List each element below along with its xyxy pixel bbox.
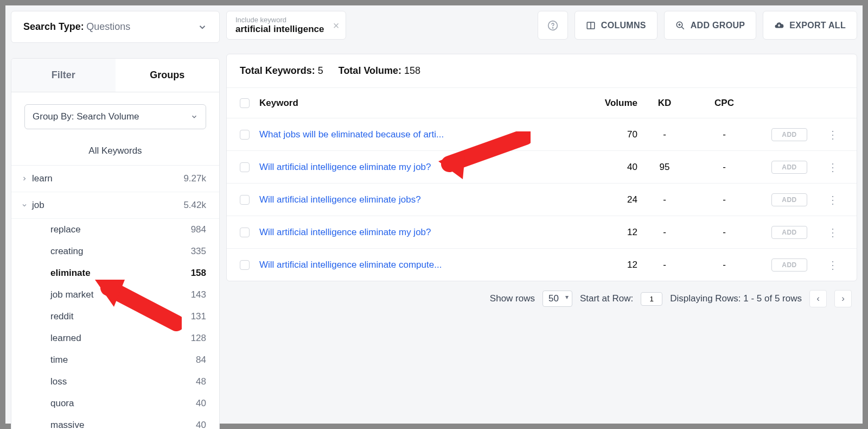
volume-cell: 12 xyxy=(572,227,637,238)
rows-per-page-select[interactable]: 50 xyxy=(542,291,572,307)
cpc-cell: - xyxy=(692,260,757,270)
start-at-label: Start at Row: xyxy=(580,293,633,304)
tree-count: 131 xyxy=(191,311,206,322)
group-by-dropdown[interactable]: Group By: Search Volume xyxy=(24,104,206,129)
tree-item-quora[interactable]: quora40 xyxy=(11,393,219,414)
columns-button[interactable]: COLUMNS xyxy=(575,11,658,40)
search-type-dropdown[interactable]: Search Type: Questions xyxy=(11,11,220,43)
tree-item-eliminate[interactable]: eliminate158 xyxy=(11,262,219,284)
tree-label: learn xyxy=(32,173,53,184)
keyword-link[interactable]: Will artificial intelligence eliminate c… xyxy=(259,260,442,270)
more-icon[interactable]: ⋮ xyxy=(827,129,838,141)
tree-label: loss xyxy=(50,376,67,387)
tree-count: 128 xyxy=(191,333,206,344)
more-icon[interactable]: ⋮ xyxy=(827,259,838,271)
tree-item-time[interactable]: time84 xyxy=(11,349,219,371)
tree-item-job[interactable]: job 5.42k xyxy=(11,192,219,219)
columns-icon xyxy=(586,21,596,30)
tree-item-massive[interactable]: massive40 xyxy=(11,414,219,429)
tree-label: learned xyxy=(50,333,81,344)
prev-page-button[interactable]: ‹ xyxy=(809,290,827,307)
header-keyword[interactable]: Keyword xyxy=(259,98,572,109)
add-group-button[interactable]: ADD GROUP xyxy=(664,11,756,40)
svg-line-5 xyxy=(681,27,684,29)
row-checkbox[interactable] xyxy=(240,260,250,270)
cpc-cell: - xyxy=(692,194,757,205)
tree-item-creating[interactable]: creating335 xyxy=(11,241,219,262)
more-icon[interactable]: ⋮ xyxy=(827,226,838,238)
sidebar-tabs: Filter Groups xyxy=(11,59,219,92)
sidebar-panel: Filter Groups Group By: Search Volume Al… xyxy=(11,58,220,429)
select-all-checkbox[interactable] xyxy=(240,98,250,108)
tab-groups[interactable]: Groups xyxy=(116,59,220,92)
show-rows-label: Show rows xyxy=(490,293,535,304)
row-checkbox[interactable] xyxy=(240,228,250,237)
top-bar: Include keyword artificial intelligence … xyxy=(226,11,857,40)
tree-label: eliminate xyxy=(50,268,91,279)
table-row: What jobs will be eliminated because of … xyxy=(227,118,857,150)
cpc-cell: - xyxy=(692,129,757,140)
kd-cell: - xyxy=(637,260,692,270)
header-volume[interactable]: Volume xyxy=(572,98,637,109)
more-icon[interactable]: ⋮ xyxy=(827,161,838,173)
add-button[interactable]: ADD xyxy=(771,161,807,174)
header-cpc[interactable]: CPC xyxy=(692,98,757,109)
help-button[interactable] xyxy=(538,11,568,40)
volume-cell: 24 xyxy=(572,194,637,205)
tree-count: 5.42k xyxy=(183,200,206,211)
kd-cell: 95 xyxy=(637,162,692,173)
export-all-button[interactable]: EXPORT ALL xyxy=(763,11,857,40)
add-button[interactable]: ADD xyxy=(771,226,807,239)
row-checkbox[interactable] xyxy=(240,195,250,205)
keyword-link[interactable]: Will artificial intelligence eliminate m… xyxy=(259,162,431,172)
keyword-link[interactable]: Will artificial intelligence eliminate j… xyxy=(259,194,421,205)
chip-remove-icon[interactable]: × xyxy=(333,19,340,31)
kd-cell: - xyxy=(637,194,692,205)
chevron-right-icon xyxy=(21,175,28,182)
volume-cell: 70 xyxy=(572,129,637,140)
keyword-link[interactable]: Will artificial intelligence eliminate m… xyxy=(259,227,431,237)
tree-label: job market xyxy=(50,289,93,300)
kd-cell: - xyxy=(637,227,692,238)
search-type-text: Search Type: Questions xyxy=(23,21,130,33)
cpc-cell: - xyxy=(692,227,757,238)
tree-label: massive xyxy=(50,420,84,429)
filter-chip-include-keyword: Include keyword artificial intelligence … xyxy=(226,11,346,40)
more-icon[interactable]: ⋮ xyxy=(827,194,838,206)
row-checkbox[interactable] xyxy=(240,130,250,140)
next-page-button[interactable]: › xyxy=(834,290,852,307)
tree-count: 40 xyxy=(196,420,206,429)
table-row: Will artificial intelligence eliminate c… xyxy=(227,248,857,281)
svg-point-1 xyxy=(552,27,553,28)
tree-label: job xyxy=(32,200,44,211)
tree-label: time xyxy=(50,355,68,365)
spacer xyxy=(353,11,531,40)
tree-item-learn[interactable]: learn 9.27k xyxy=(11,166,219,192)
tree-item-job-market[interactable]: job market143 xyxy=(11,284,219,306)
keyword-link[interactable]: What jobs will be eliminated because of … xyxy=(259,129,444,140)
displaying-rows-text: Displaying Rows: 1 - 5 of 5 rows xyxy=(670,293,802,304)
add-button[interactable]: ADD xyxy=(771,193,807,206)
tree-label: quora xyxy=(50,398,74,409)
tree-label: replace xyxy=(50,224,81,235)
add-group-label: ADD GROUP xyxy=(691,21,745,30)
header-kd[interactable]: KD xyxy=(637,98,692,109)
row-checkbox[interactable] xyxy=(240,162,250,172)
search-plus-icon xyxy=(675,21,685,30)
volume-cell: 12 xyxy=(572,260,637,270)
group-by-text: Group By: Search Volume xyxy=(33,111,139,122)
tree-item-replace[interactable]: replace984 xyxy=(11,219,219,241)
tree-item-reddit[interactable]: reddit131 xyxy=(11,306,219,327)
chevron-down-icon xyxy=(197,22,207,32)
start-row-input[interactable] xyxy=(641,292,662,306)
search-type-value: Questions xyxy=(86,21,130,32)
all-keywords-button[interactable]: All Keywords xyxy=(11,137,219,166)
add-button[interactable]: ADD xyxy=(771,128,807,141)
tree-count: 335 xyxy=(191,246,206,257)
add-button[interactable]: ADD xyxy=(771,258,807,272)
chevron-down-icon xyxy=(21,202,28,209)
tree-item-learned[interactable]: learned128 xyxy=(11,327,219,349)
tree-item-loss[interactable]: loss48 xyxy=(11,371,219,393)
tab-filter[interactable]: Filter xyxy=(11,59,116,92)
table-row: Will artificial intelligence eliminate j… xyxy=(227,183,857,216)
